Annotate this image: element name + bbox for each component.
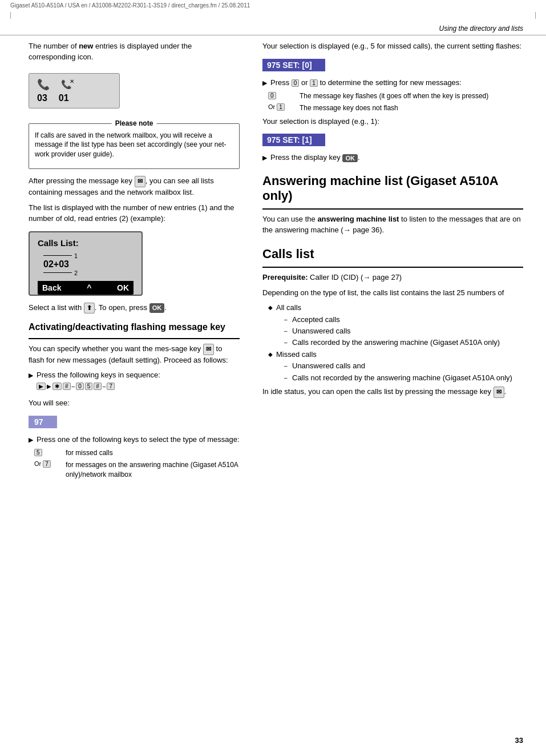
file-path: Gigaset A510-A510A / USA en / A31008-M22… [0,0,546,11]
key-sequence-row: ▶ ▶ ✱ # – 0 5 # – 7 [37,383,160,390]
calls-list-display: Calls List: 1 02+03 2 Back ^ OK [29,231,143,296]
key-options-table: 5 for missed calls Or 7 for messages on … [34,448,245,479]
prereq-rest: Caller ID (CID) (→ page 27) [308,273,402,282]
top-marks [0,11,546,20]
sub-bullet-not-recorded: Calls not recorded by the answering mach… [284,373,523,383]
bracket-label-2: 2 [74,270,78,276]
seq-key-5: 5 [85,383,93,390]
key-option-key-5: 5 [34,448,66,456]
softkey-nav: ^ [87,283,91,292]
left-intro-para: The number of new entries is displayed u… [29,41,240,63]
softkey-back: Back [42,283,61,292]
calls-list-number: 02+03 [43,259,134,270]
arrow1-text: Press the following keys in sequence: [37,371,160,379]
section1-divider [29,338,240,339]
please-note-box: Please note If calls are saved in the ne… [29,123,240,169]
bullet-all-calls-text: All calls [276,303,301,312]
content-area: The number of new entries is displayed u… [0,35,546,482]
key-5: 5 [34,449,42,456]
section1-para1: You can specify whether you want the mes… [29,344,240,366]
right-arrow-content-2: Press the display key OK. [270,153,360,162]
right-key-option-row-1: Or 1 The message key does not flash [268,103,529,113]
right-key-desc-1: The message key does not flash [300,103,398,113]
calls-bracket-2-row: 2 [43,270,134,276]
right-key-1: Or 1 [268,103,300,111]
please-note-title: Please note [112,119,157,127]
top-mark-right [535,12,536,19]
left-column: The number of new entries is displayed u… [0,41,251,482]
voicemail-icon: 📞 [37,78,50,91]
bracket-label-1: 1 [74,252,78,259]
small-display-97: 97 [29,416,57,428]
seq-key-star: ✱ [52,383,62,390]
key-option-desc-7: for messages on the answering machine (G… [66,460,245,480]
bracket-line-2 [43,272,72,273]
display-highlight-1: 975 SET: [0] [262,59,325,71]
display-highlight-2: 975 SET: [1] [262,134,325,146]
section2-divider [262,208,523,210]
section2-container: Answering machine list (Gigaset A510A on… [262,174,523,235]
seq-dash1: – [72,383,75,389]
page-container: Gigaset A510-A510A / USA en / A31008-M22… [0,0,546,756]
arrow-marker-1: ▶ [29,372,33,379]
voicemail-count: 03 [37,93,47,103]
bullet-missed-calls-text: Missed calls [276,350,317,359]
or-7-label: Or [34,460,43,467]
key-1-option: 1 [277,103,285,111]
seq-key-nav: ▶ [37,383,46,390]
key-1-inline: 1 [310,79,318,87]
message-key-icon: ✉ [135,176,145,187]
after-message-key-para: After pressing the message key ✉, you ca… [29,176,240,198]
bullet-all-calls: All calls Accepted calls Unanswered call… [268,303,523,348]
sub-bullet-accepted: Accepted calls [284,315,523,325]
all-calls-sub-list: Accepted calls Unanswered calls Calls re… [284,315,523,348]
section3-container: Calls list Prerequisite: Caller ID (CID)… [262,247,523,397]
calls-list-softkeys: Back ^ OK [38,281,134,295]
ok-key-inline: OK [149,303,165,313]
phone-icons-row: 📞 📞✕ [37,78,111,91]
missed-calls-sub-list: Unanswered calls and Calls not recorded … [284,361,523,383]
seq-key-hash1: # [63,383,71,390]
key-0-inline: 0 [292,79,300,87]
right-arrow-item-1: ▶ Press 0 or 1 to determine the setting … [262,78,523,87]
key-option-key-7: Or 7 [34,460,66,468]
header-title: Using the directory and lists [439,25,523,33]
sub-bullet-recorded: Calls recorded by the answering machine … [284,337,523,348]
bracket-line-1 [43,255,72,256]
right-column: Your selection is displayed (e.g., 5 for… [251,41,546,482]
section2-heading: Answering machine list (Gigaset A510A on… [262,174,523,204]
you-will-see-label: You will see: [29,398,240,409]
key-option-desc-5: for missed calls [66,448,113,458]
bullet-missed-calls: Missed calls Unanswered calls and Calls … [268,349,523,383]
arrow-item-1: ▶ Press the following keys in sequence: … [29,371,240,393]
right-key-options-table: 0 The message key flashes (it goes off w… [268,91,529,113]
top-mark-left [10,12,11,19]
seq-key-7: 7 [107,383,115,390]
ok-key-display: OK [342,154,358,162]
section3-para1: Depending on the type of list, the calls… [262,288,523,299]
arrow-content-1: Press the following keys in sequence: ▶ … [37,371,160,393]
key-0-option: 0 [268,92,276,99]
sub-bullet-unanswered1: Unanswered calls [284,326,523,336]
right-key-option-row-0: 0 The message key flashes (it goes off w… [268,91,529,101]
section1-heading: Activating/deactivating flashing message… [29,321,240,333]
message-key-icon3: ✉ [494,387,504,398]
softkey-ok: OK [117,283,129,292]
right-arrow-item-2: ▶ Press the display key OK. [262,153,523,162]
right-para2: Your selection is displayed (e.g., 1): [262,116,523,127]
section3-divider [262,267,523,268]
right-arrow-marker-2: ▶ [262,154,267,162]
page-number: 33 [515,736,523,745]
arrow-item-2: ▶ Press one of the following keys to sel… [29,435,240,444]
right-arrow-content-1: Press 0 or 1 to determine the setting fo… [270,78,462,87]
phone-numbers-row: 03 01 [37,93,111,103]
calls-bullet-list: All calls Accepted calls Unanswered call… [268,303,523,383]
calls-list-title: Calls List: [38,238,134,248]
page-header: Using the directory and lists [0,20,546,35]
missed-count: 01 [59,93,69,103]
right-para1: Your selection is displayed (e.g., 5 for… [262,41,523,52]
please-note-content: If calls are saved in the network mailbo… [35,131,233,159]
missed-call-icon: 📞✕ [61,79,72,90]
nav-key-icon: ⬆ [84,303,95,314]
key-option-row-0: 5 for missed calls [34,448,245,458]
